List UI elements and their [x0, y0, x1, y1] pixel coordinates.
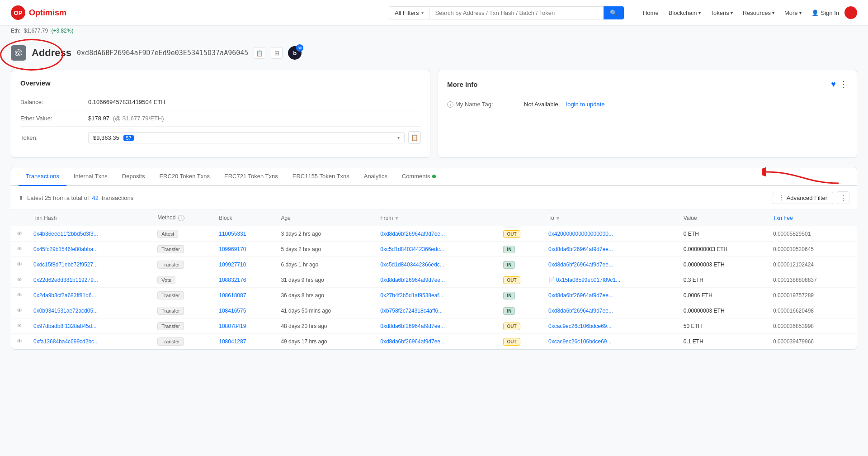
- col-txn-hash: Txn Hash: [28, 210, 152, 226]
- txn-hash-link[interactable]: 0xdc15f8d71ebb72f9527...: [33, 261, 98, 268]
- txn-hash-link[interactable]: 0x22d62e8d381b119279...: [33, 277, 98, 283]
- col-txn-fee: Txn Fee: [768, 210, 857, 226]
- block-link[interactable]: 108832176: [219, 277, 246, 283]
- block-link[interactable]: 110055331: [219, 231, 246, 237]
- more-options-button[interactable]: ⋮: [840, 79, 848, 89]
- direction-badge: OUT: [503, 338, 520, 346]
- eye-icon[interactable]: 👁: [17, 246, 23, 252]
- table-row: 👁 0x0b9341531ae72acd05... Transfer 10841…: [11, 303, 857, 318]
- from-link[interactable]: 0xd8da6bf26964af9d7ee...: [380, 323, 445, 329]
- from-link[interactable]: 0xc5d1d8403442366edc...: [380, 246, 444, 252]
- from-link[interactable]: 0xd8da6bf26964af9d7ee...: [380, 338, 445, 345]
- from-link[interactable]: 0xb758f2c724318c4aff6...: [380, 308, 443, 314]
- block-link[interactable]: 108041287: [219, 338, 246, 345]
- to-link[interactable]: 0x15fa08599eb017f89c1...: [556, 277, 620, 283]
- table-info: ⇕ Latest 25 from a total of 42 transacti…: [19, 195, 133, 201]
- price-bar: Eth: $1,677.79 (+3.82%): [0, 25, 868, 36]
- search-icon: 🔍: [610, 10, 618, 16]
- nav-resources[interactable]: Resources ▾: [738, 7, 779, 19]
- chevron-down-icon: ▾: [799, 10, 802, 15]
- block-link[interactable]: 109969170: [219, 246, 246, 252]
- sign-in-button[interactable]: 👤 Sign In: [807, 7, 844, 19]
- file-icon: 📄: [548, 277, 555, 283]
- badge-count: 30: [296, 44, 303, 52]
- tab-transactions[interactable]: Transactions: [19, 167, 66, 186]
- nav-tokens[interactable]: Tokens ▾: [706, 7, 737, 19]
- token-selector[interactable]: $9,363.35 57 ▾ 📋: [88, 131, 421, 144]
- method-badge: Transfer: [157, 291, 184, 299]
- to-link[interactable]: 0xd8da6bf26964af9d7ee...: [548, 292, 613, 299]
- tab-deposits[interactable]: Deposits: [115, 167, 152, 186]
- name-tag-value: Not Available,: [524, 101, 560, 108]
- search-input[interactable]: [429, 6, 604, 19]
- direction-badge: IN: [503, 307, 515, 315]
- to-link[interactable]: 0xcac9ec26c106bdce69...: [548, 323, 611, 329]
- nav-more[interactable]: More ▾: [780, 7, 806, 19]
- method-badge: Transfer: [157, 307, 184, 315]
- tab-erc1155[interactable]: ERC1155 Token Txns: [285, 167, 357, 186]
- method-badge: Attest: [157, 230, 178, 238]
- logo[interactable]: OP Optimism: [11, 5, 66, 20]
- nav-blockchain[interactable]: Blockchain ▾: [664, 7, 705, 19]
- from-link[interactable]: 0x27b4f3b5d1af9538eaf...: [380, 292, 443, 299]
- eye-icon[interactable]: 👁: [17, 307, 23, 314]
- copy-token-button[interactable]: 📋: [408, 131, 421, 144]
- eye-icon[interactable]: 👁: [17, 338, 23, 345]
- tab-internal-txns[interactable]: Internal Txns: [66, 167, 115, 186]
- grid-view-button[interactable]: ⊞: [271, 47, 283, 59]
- direction-badge: IN: [503, 261, 515, 269]
- col-to: To ▼: [543, 210, 678, 226]
- eye-icon[interactable]: 👁: [17, 261, 23, 268]
- copy-button[interactable]: 📋: [254, 47, 265, 59]
- block-link[interactable]: 108618087: [219, 292, 246, 299]
- nav-home[interactable]: Home: [638, 7, 663, 19]
- txn-hash-link[interactable]: 0x4b36eee11f2bbd5d3f3...: [33, 231, 98, 237]
- eye-icon[interactable]: 👁: [17, 323, 23, 329]
- txn-hash-link[interactable]: 0x2da9b3cf2a683ff81d6...: [33, 292, 96, 299]
- tab-erc721[interactable]: ERC721 Token Txns: [217, 167, 285, 186]
- txn-hash-link[interactable]: 0x97dbadb8f1328a845d...: [33, 323, 96, 329]
- eye-icon[interactable]: 👁: [17, 292, 23, 299]
- balance-label: Balance:: [20, 99, 79, 105]
- info-icon: i: [447, 101, 453, 108]
- to-link[interactable]: 0xcac9ec26c106bdce69...: [548, 338, 611, 345]
- method-badge: Transfer: [157, 245, 184, 253]
- to-link[interactable]: 0xd8da6bf26964af9d7ee...: [548, 261, 613, 268]
- tab-comments[interactable]: Comments: [395, 167, 443, 186]
- advanced-filter-button[interactable]: ⋮ Advanced Filter: [773, 192, 833, 204]
- filter-icon: ⋮: [778, 195, 784, 201]
- table-more-button[interactable]: ⋮: [837, 191, 849, 204]
- address-hash: 0xd8dA6BF26964aF9D7eEd9e03E53415D37aA960…: [77, 49, 248, 57]
- blockie-badge[interactable]: b 30: [288, 46, 302, 60]
- from-link[interactable]: 0xd8da6bf26964af9d7ee...: [380, 231, 445, 237]
- more-info-title: More Info: [447, 81, 478, 88]
- user-avatar[interactable]: [844, 6, 857, 19]
- txn-hash-link[interactable]: 0xfa13684ba4c699cd2bc...: [33, 338, 99, 345]
- search-button[interactable]: 🔍: [604, 6, 624, 19]
- block-link[interactable]: 108078419: [219, 323, 246, 329]
- tab-analytics[interactable]: Analytics: [357, 167, 395, 186]
- login-to-update-link[interactable]: login to update: [566, 101, 604, 108]
- to-link[interactable]: 0x420000000000000000...: [548, 231, 613, 237]
- block-link[interactable]: 109927710: [219, 261, 246, 268]
- tab-erc20[interactable]: ERC20 Token Txns: [152, 167, 217, 186]
- from-link[interactable]: 0xd8da6bf26964af9d7ee...: [380, 277, 445, 283]
- favorite-button[interactable]: ♥: [831, 80, 836, 89]
- txn-hash-link[interactable]: 0x0b9341531ae72acd05...: [33, 308, 98, 314]
- chevron-down-icon: ▾: [397, 135, 400, 140]
- direction-badge: OUT: [503, 323, 520, 330]
- to-link[interactable]: 0xd8da6bf26964af9d7ee...: [548, 308, 613, 314]
- from-link[interactable]: 0xc5d1d8403442366edc...: [380, 261, 444, 268]
- txn-hash-link[interactable]: 0x45fc29b1546fe80abba...: [33, 246, 98, 252]
- direction-badge: OUT: [503, 230, 520, 238]
- block-link[interactable]: 108416575: [219, 308, 246, 314]
- method-badge: Transfer: [157, 261, 184, 269]
- total-count-link[interactable]: 42: [92, 195, 99, 201]
- eye-icon[interactable]: 👁: [17, 276, 23, 283]
- table-row: 👁 0xdc15f8d71ebb72f9527... Transfer 1099…: [11, 257, 857, 272]
- to-link[interactable]: 0xd8da6bf26964af9d7ee...: [548, 246, 613, 252]
- eye-icon[interactable]: 👁: [17, 230, 23, 237]
- address-title: Address: [32, 47, 71, 59]
- search-filter-dropdown[interactable]: All Filters ▾: [389, 6, 429, 19]
- more-info-card: More Info ♥ ⋮ i My Name Tag: Not Availab…: [438, 70, 857, 158]
